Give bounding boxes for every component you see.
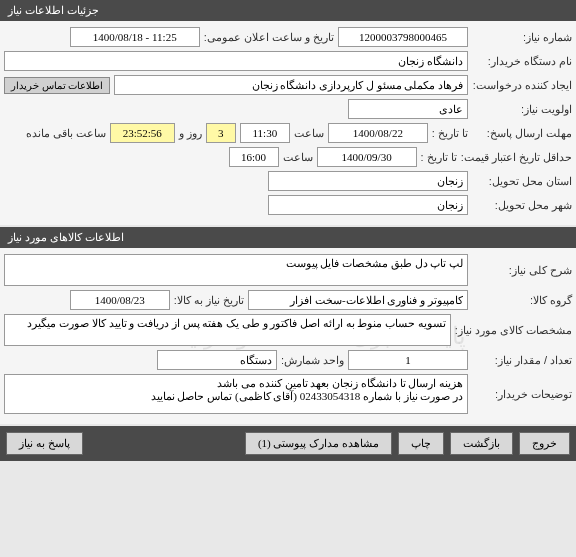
label-request-creator: ایجاد کننده درخواست: [472,79,572,92]
deadline-time-input[interactable] [240,123,290,143]
buyer-name-input[interactable] [4,51,468,71]
label-goods-spec: مشخصات کالای مورد نیاز: [455,324,572,337]
label-to-date: تا تاریخ : [432,127,468,140]
city-input[interactable] [268,195,468,215]
label-priority: اولویت نیاز: [472,103,572,116]
days-remaining-input [206,123,236,143]
label-response-deadline: مهلت ارسال پاسخ: [472,127,572,140]
goods-group-input[interactable] [248,290,468,310]
qty-input[interactable] [348,350,468,370]
panel-header-info: جزئیات اطلاعات نیاز [0,0,576,21]
label-goods-group: گروه کالا: [472,294,572,307]
need-date-input[interactable] [70,290,170,310]
label-unit: واحد شمارش: [281,354,344,367]
label-time-2: ساعت [283,151,313,164]
footer-toolbar: خروج بازگشت چاپ مشاهده مدارک پیوستی (1) … [0,426,576,461]
attachments-button[interactable]: مشاهده مدارک پیوستی (1) [245,432,392,455]
print-button[interactable]: چاپ [398,432,444,455]
label-qty: تعداد / مقدار نیاز: [472,354,572,367]
exit-button[interactable]: خروج [519,432,570,455]
buyer-notes-textarea[interactable] [4,374,468,414]
need-details-panel: جزئیات اطلاعات نیاز شماره نیاز: تاریخ و … [0,0,576,225]
announce-datetime-input[interactable] [70,27,200,47]
deadline-date-input[interactable] [328,123,428,143]
label-need-number: شماره نیاز: [472,31,572,44]
unit-input[interactable] [157,350,277,370]
label-announce-datetime: تاریخ و ساعت اعلان عمومی: [204,31,334,44]
panel-title: جزئیات اطلاعات نیاز [8,4,99,17]
label-buyer-name: نام دستگاه خریدار: [472,55,572,68]
request-creator-input[interactable] [114,75,468,95]
priority-input[interactable] [348,99,468,119]
label-hours-remaining: ساعت باقی مانده [26,127,106,140]
label-delivery-province: استان محل تحویل: [472,175,572,188]
label-need-summary: شرح کلی نیاز: [472,264,572,277]
respond-button[interactable]: پاسخ به نیاز [6,432,83,455]
time-remaining-input [110,123,175,143]
need-number-input[interactable] [338,27,468,47]
label-need-date: تاریخ نیاز به کالا: [174,294,244,307]
back-button[interactable]: بازگشت [450,432,513,455]
validity-date-input[interactable] [317,147,417,167]
need-summary-textarea[interactable] [4,254,468,286]
province-input[interactable] [268,171,468,191]
panel-header-goods: اطلاعات کالاهای مورد نیاز [0,227,576,248]
label-buyer-notes: توضیحات خریدار: [472,388,572,401]
label-days-and: روز و [179,127,202,140]
label-price-validity: حداقل تاریخ اعتبار قیمت: [461,151,572,164]
label-delivery-city: شهر محل تحویل: [472,199,572,212]
label-time-1: ساعت [294,127,324,140]
goods-spec-textarea[interactable] [4,314,451,346]
goods-panel: اطلاعات کالاهای مورد نیاز پایگاه خبری من… [0,227,576,424]
panel-title-goods: اطلاعات کالاهای مورد نیاز [8,231,124,244]
validity-time-input[interactable] [229,147,279,167]
buyer-contact-button[interactable]: اطلاعات تماس خریدار [4,77,110,94]
label-to-date-2: تا تاریخ : [421,151,457,164]
